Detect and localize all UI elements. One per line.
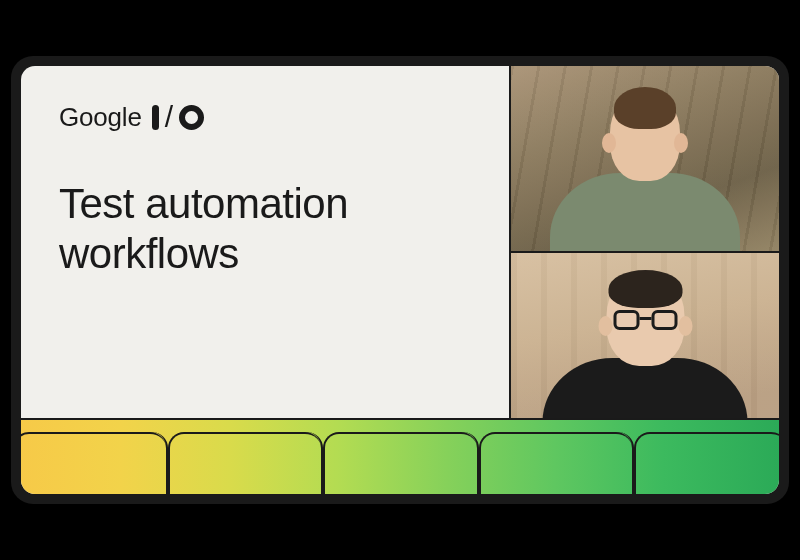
gradient-segment (634, 432, 779, 494)
thumbnail-surface: Google / Test automation workflows (21, 66, 779, 494)
speaker-tile-top (511, 66, 779, 251)
io-slash: / (165, 102, 173, 132)
content-row: Google / Test automation workflows (21, 66, 779, 436)
speaker-avatar-bottom (543, 274, 748, 436)
io-letter-i (152, 105, 159, 130)
talk-title: Test automation workflows (59, 179, 459, 278)
gradient-segment (479, 432, 634, 494)
glasses-icon (613, 310, 677, 332)
brand-word: Google (59, 102, 142, 133)
speaker-avatar-top (550, 93, 740, 251)
speaker-tile-bottom (511, 251, 779, 436)
google-io-logo: Google / (59, 102, 481, 133)
gradient-segment (21, 432, 168, 494)
io-mark: / (152, 103, 204, 133)
gradient-segment (168, 432, 323, 494)
speaker-column (509, 66, 779, 436)
title-panel: Google / Test automation workflows (21, 66, 509, 436)
io-letter-o (179, 105, 204, 130)
accent-gradient-strip (21, 418, 779, 494)
gradient-segment (323, 432, 478, 494)
video-thumbnail[interactable]: Google / Test automation workflows (11, 56, 789, 504)
gradient-segments (21, 420, 779, 494)
